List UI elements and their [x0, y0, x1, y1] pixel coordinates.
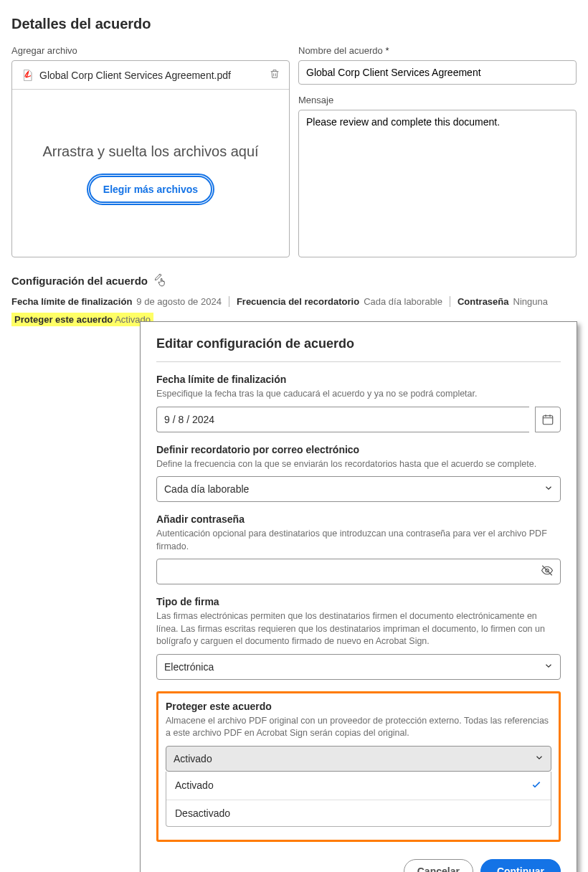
file-dropzone[interactable]: Global Corp Client Services Agreement.pd… [11, 60, 290, 257]
message-label: Mensaje [298, 95, 577, 105]
agreement-name-label: Nombre del acuerdo * [298, 45, 577, 56]
required-star: * [385, 45, 389, 56]
agreement-name-input[interactable] [298, 60, 577, 85]
edit-config-icon[interactable] [153, 272, 171, 289]
drop-text: Arrastra y suelta los archivos aquí [42, 143, 258, 160]
panel-title: Editar configuración de acuerdo [156, 336, 561, 338]
config-summary-row1: Fecha límite de finalización9 de agosto … [11, 296, 577, 307]
cursor-hand-icon [157, 276, 167, 291]
config-heading: Configuración del acuerdo [11, 275, 148, 287]
message-textarea[interactable] [298, 110, 577, 257]
pdf-icon [21, 69, 34, 82]
choose-files-button[interactable]: Elegir más archivos [89, 176, 212, 203]
file-row: Global Corp Client Services Agreement.pd… [12, 61, 289, 90]
file-name: Global Corp Client Services Agreement.pd… [39, 70, 269, 81]
edit-settings-panel: Editar configuración de acuerdo Fecha lí… [140, 321, 577, 338]
add-file-label: Agregar archivo [11, 45, 290, 56]
drop-area[interactable]: Arrastra y suelta los archivos aquí Eleg… [12, 90, 289, 257]
page-title: Detalles del acuerdo [11, 16, 577, 32]
trash-icon[interactable] [269, 68, 280, 82]
